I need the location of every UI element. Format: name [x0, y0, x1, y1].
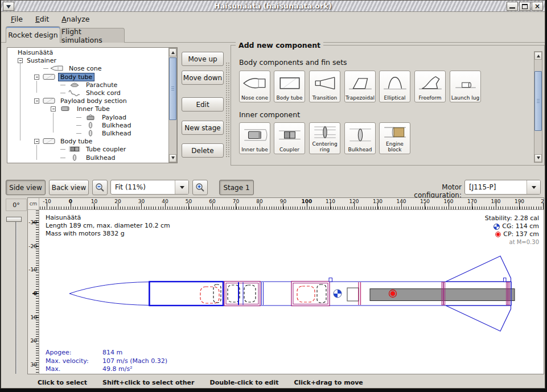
tree-item-payload-body-section[interactable]: Payload body section	[8, 97, 167, 105]
stability-info: Stability: 2.28 cal CG: 114 cm CP: 137 c…	[485, 214, 539, 246]
add-bulkhead-button[interactable]: Bulkhead	[344, 122, 376, 154]
add-coupler-button[interactable]: Coupler	[274, 122, 305, 154]
apogee-label: Apogee:	[46, 349, 102, 357]
rocket-diagram-panel: cm -10 0 10 20 30 40 50 60 70 80 90 100 …	[27, 197, 544, 374]
cg-icon	[493, 224, 500, 230]
menu-edit[interactable]: Edit	[29, 14, 55, 24]
motor-configuration-select[interactable]: [J115-P]	[464, 180, 541, 195]
scrollbar-thumb[interactable]	[534, 71, 542, 131]
stage-1-toggle[interactable]: Stage 1	[219, 180, 254, 195]
tree-item-inner-tube[interactable]: Inner Tube	[8, 105, 167, 113]
delete-button[interactable]: Delete	[182, 143, 224, 158]
collapse-icon[interactable]	[18, 58, 23, 63]
vertical-ruler: -30 -20 -10 0 10 20 30	[28, 210, 39, 374]
apogee-value: 814 m	[102, 349, 167, 357]
tube-coupler-icon	[67, 146, 82, 152]
back-view-button[interactable]: Back view	[49, 180, 89, 195]
status-bar: Click to select Shift+click to select ot…	[1, 376, 545, 389]
tab-rocket-design[interactable]: Rocket design	[6, 26, 60, 43]
close-button[interactable]: ×	[532, 2, 543, 11]
add-nose-cone-button[interactable]: Nose cone	[239, 71, 270, 102]
tree-item-parachute[interactable]: Parachute	[8, 81, 167, 89]
component-tree[interactable]: Haisunäätä Sustainer Nose cone Body tube…	[7, 47, 178, 163]
add-freeform-fin-button[interactable]: Freeform	[414, 71, 446, 102]
tab-bar: Rocket design Flight simulations	[1, 25, 545, 43]
tab-flight-simulations[interactable]: Flight simulations	[61, 28, 125, 43]
tree-item-tube-coupler[interactable]: Tube coupler	[8, 145, 167, 153]
side-view-button[interactable]: Side view	[6, 180, 46, 195]
add-inner-tube-button[interactable]: Inner tube	[239, 122, 270, 154]
rocket-canvas[interactable]: Haisunäätä Length 189 cm, max. diameter …	[39, 210, 544, 374]
titlebar[interactable]: Haisunäätä (haisunaata.ork) ×	[1, 1, 545, 12]
tree-item-shock-cord[interactable]: Shock cord	[8, 89, 167, 97]
coupler-icon	[277, 123, 303, 147]
horizontal-ruler: -10 0 10 20 30 40 50 60 70 80 90 100 110…	[39, 198, 544, 210]
tree-item-body-tube[interactable]: Body tube	[8, 73, 167, 81]
collapse-icon[interactable]	[51, 106, 56, 112]
payload-icon	[83, 114, 98, 121]
menu-file[interactable]: File	[5, 14, 29, 24]
panel-splitter[interactable]	[225, 62, 231, 158]
chevron-down-icon[interactable]	[527, 180, 540, 194]
tree-item-bulkhead[interactable]: Bulkhead	[8, 129, 167, 137]
add-body-tube-button[interactable]: Body tube	[274, 71, 305, 102]
zoom-in-button[interactable]	[192, 180, 208, 195]
new-stage-button[interactable]: New stage	[182, 121, 224, 135]
tree-item-bulkhead[interactable]: Bulkhead	[8, 154, 167, 162]
parachute-icon	[67, 81, 82, 88]
scroll-down-icon[interactable]	[169, 154, 176, 162]
move-down-button[interactable]: Move down	[182, 71, 224, 85]
add-launch-lug-button[interactable]: Launch lug	[450, 71, 481, 102]
tree-item-nose-cone[interactable]: Nose cone	[8, 64, 167, 72]
collapse-icon[interactable]	[34, 75, 39, 80]
scroll-down-icon[interactable]	[534, 154, 542, 162]
centering-ring-icon	[312, 123, 338, 142]
bulkhead-icon	[83, 122, 98, 129]
collapse-icon[interactable]	[34, 139, 39, 144]
add-trapezoidal-fin-button[interactable]: Trapezoidal	[344, 71, 376, 102]
body-tube-icon	[42, 97, 56, 104]
add-centering-ring-button[interactable]: Centering ring	[309, 122, 340, 154]
component-panel-scrollbar[interactable]	[534, 51, 542, 163]
bulkhead-icon	[83, 130, 98, 137]
body-components-label: Body components and fin sets	[239, 58, 347, 67]
tree-item-body-tube-2[interactable]: Body tube	[8, 137, 167, 145]
chevron-down-icon[interactable]	[175, 180, 188, 194]
scroll-up-icon[interactable]	[534, 52, 542, 60]
zoom-out-icon	[95, 183, 105, 192]
add-elliptical-fin-button[interactable]: Elliptical	[379, 71, 410, 102]
menu-analyze[interactable]: Analyze	[55, 14, 96, 24]
tree-item-payload[interactable]: Payload	[8, 113, 167, 121]
rotation-slider-track[interactable]	[15, 221, 17, 374]
scroll-up-icon[interactable]	[169, 48, 176, 56]
acceleration-value: 49.8 m/s²	[102, 365, 167, 374]
minimize-button[interactable]	[507, 2, 518, 11]
zoom-in-icon	[195, 183, 205, 192]
add-engine-block-button[interactable]: Engine block	[379, 122, 410, 154]
add-transition-button[interactable]: Transition	[309, 71, 340, 102]
cp-icon	[495, 232, 501, 237]
edit-button[interactable]: Edit	[182, 97, 224, 112]
inner-tube-icon	[242, 123, 268, 147]
zoom-out-button[interactable]	[92, 180, 108, 195]
move-up-button[interactable]: Move up	[182, 52, 224, 66]
zoom-level-select[interactable]: Fit (11%)	[110, 180, 189, 195]
tree-item-rocket[interactable]: Haisunäätä	[8, 48, 167, 56]
body-tube-icon	[42, 138, 56, 145]
rotation-angle-label: 0°	[6, 199, 27, 211]
tree-scrollbar[interactable]	[168, 48, 177, 163]
tree-item-sustainer[interactable]: Sustainer	[8, 56, 167, 64]
maximize-button[interactable]	[519, 2, 530, 11]
rotation-slider-handle[interactable]	[6, 217, 22, 222]
tree-item-bulkhead[interactable]: Bulkhead	[8, 121, 167, 129]
collapse-icon[interactable]	[34, 98, 39, 104]
scrollbar-thumb[interactable]	[169, 57, 176, 120]
trapezoidal-fin-icon	[347, 71, 373, 96]
bulkhead-icon	[347, 123, 373, 147]
cg-marker	[334, 290, 342, 298]
hint-shift-click: Shift+click to select other	[102, 379, 195, 386]
shock-cord-icon	[67, 89, 82, 96]
menubar: File Edit Analyze	[1, 13, 545, 25]
motor-configuration-label: Motor configuration:	[394, 183, 462, 199]
hint-click-select: Click to select	[38, 379, 87, 386]
